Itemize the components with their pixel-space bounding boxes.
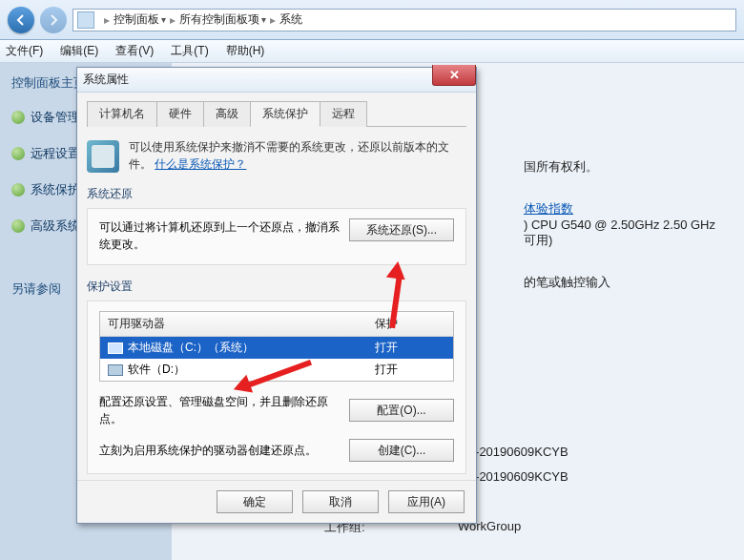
configure-button[interactable]: 配置(O)... <box>349 399 454 422</box>
pen-touch-fragment: 的笔或触控输入 <box>524 274 715 291</box>
shield-bullet-icon <box>11 183 25 197</box>
mem-fragment: 可用) <box>524 232 715 249</box>
cancel-button[interactable]: 取消 <box>302 490 379 513</box>
protection-description: 可以使用系统保护来撤消不需要的系统更改，还原以前版本的文件。 什么是系统保护？ <box>129 138 466 173</box>
breadcrumb[interactable]: ▸ 控制面板▾ ▸ 所有控制面板项▾ ▸ 系统 <box>72 9 736 31</box>
rating-link[interactable]: 体验指数 <box>524 200 715 218</box>
chevron-right-icon: ▸ <box>270 13 276 27</box>
drive-icon <box>108 364 123 376</box>
breadcrumb-item[interactable]: 系统 <box>279 11 302 28</box>
system-protection-icon <box>87 140 119 173</box>
apply-button[interactable]: 应用(A) <box>388 490 465 513</box>
menu-tools[interactable]: 工具(T) <box>171 43 208 59</box>
restore-description: 可以通过将计算机还原到上一个还原点，撤消系统更改。 <box>99 218 340 253</box>
sidebar-item-label: 远程设置 <box>31 145 80 162</box>
menu-help[interactable]: 帮助(H) <box>226 43 265 59</box>
create-restore-point-button[interactable]: 创建(C)... <box>349 439 454 462</box>
configure-description: 配置还原设置、管理磁盘空间，并且删除还原点。 <box>99 393 340 427</box>
arrow-right-icon <box>48 14 59 26</box>
tab-computer-name[interactable]: 计算机名 <box>87 101 157 127</box>
dialog-title: 系统属性 <box>83 72 129 88</box>
drive-protection: 打开 <box>367 337 453 359</box>
shield-bullet-icon <box>11 219 25 233</box>
chevron-down-icon: ▾ <box>261 14 266 25</box>
tab-remote[interactable]: 远程 <box>320 101 367 127</box>
control-panel-icon <box>77 11 94 29</box>
drive-row[interactable]: 本地磁盘（C:）（系统） 打开 <box>100 337 453 359</box>
close-icon: ✕ <box>449 68 460 82</box>
create-description: 立刻为启用系统保护的驱动器创建还原点。 <box>99 442 340 459</box>
what-is-protection-link[interactable]: 什么是系统保护？ <box>155 157 246 171</box>
menu-bar: 文件(F) 编辑(E) 查看(V) 工具(T) 帮助(H) <box>0 40 744 63</box>
drive-table: 可用驱动器 保护 本地磁盘（C:）（系统） 打开 软件（D:） 打开 <box>99 311 454 382</box>
drive-name: 软件（D:） <box>128 362 185 378</box>
nav-forward-button[interactable] <box>40 7 67 33</box>
col-drive: 可用驱动器 <box>100 312 367 336</box>
col-protection: 保护 <box>367 312 453 336</box>
copyright-fragment: 国所有权利。 <box>524 158 715 176</box>
chevron-down-icon: ▾ <box>161 14 166 25</box>
tab-system-protection[interactable]: 系统保护 <box>250 101 320 127</box>
menu-view[interactable]: 查看(V) <box>115 43 154 59</box>
shield-bullet-icon <box>11 111 25 124</box>
explorer-titlebar: ▸ 控制面板▾ ▸ 所有控制面板项▾ ▸ 系统 <box>0 0 744 40</box>
menu-file[interactable]: 文件(F) <box>6 43 43 59</box>
system-properties-dialog: 系统属性 ✕ 计算机名 硬件 高级 系统保护 远程 可以使用系统保护来撤消不需要… <box>76 67 477 524</box>
drive-table-header: 可用驱动器 保护 <box>100 312 453 337</box>
tab-hardware[interactable]: 硬件 <box>156 101 204 127</box>
dialog-close-button[interactable]: ✕ <box>432 65 476 86</box>
arrow-left-icon <box>15 14 27 26</box>
dialog-footer: 确定 取消 应用(A) <box>77 480 476 523</box>
dialog-titlebar[interactable]: 系统属性 ✕ <box>77 68 476 93</box>
cpu-value: ) CPU G540 @ 2.50GHz 2.50 GHz <box>524 218 715 232</box>
ok-button[interactable]: 确定 <box>217 490 293 513</box>
sidebar-item-label: 系统保护 <box>31 181 80 198</box>
shield-bullet-icon <box>11 147 25 160</box>
drive-row[interactable]: 软件（D:） 打开 <box>100 359 453 381</box>
drive-name: 本地磁盘（C:）（系统） <box>128 340 254 356</box>
system-restore-button[interactable]: 系统还原(S)... <box>349 218 454 241</box>
nav-back-button[interactable] <box>8 7 34 33</box>
chevron-right-icon: ▸ <box>104 13 110 27</box>
protection-settings-group-label: 保护设置 <box>87 279 466 295</box>
menu-edit[interactable]: 编辑(E) <box>60 43 98 59</box>
breadcrumb-item[interactable]: 所有控制面板项 <box>179 11 259 28</box>
drive-icon <box>108 342 123 354</box>
breadcrumb-item[interactable]: 控制面板 <box>114 11 159 28</box>
chevron-right-icon: ▸ <box>170 13 176 27</box>
system-restore-group-label: 系统还原 <box>87 186 466 202</box>
drive-protection: 打开 <box>367 359 453 381</box>
dialog-tabs: 计算机名 硬件 高级 系统保护 远程 <box>87 100 466 127</box>
tab-advanced[interactable]: 高级 <box>203 101 251 127</box>
